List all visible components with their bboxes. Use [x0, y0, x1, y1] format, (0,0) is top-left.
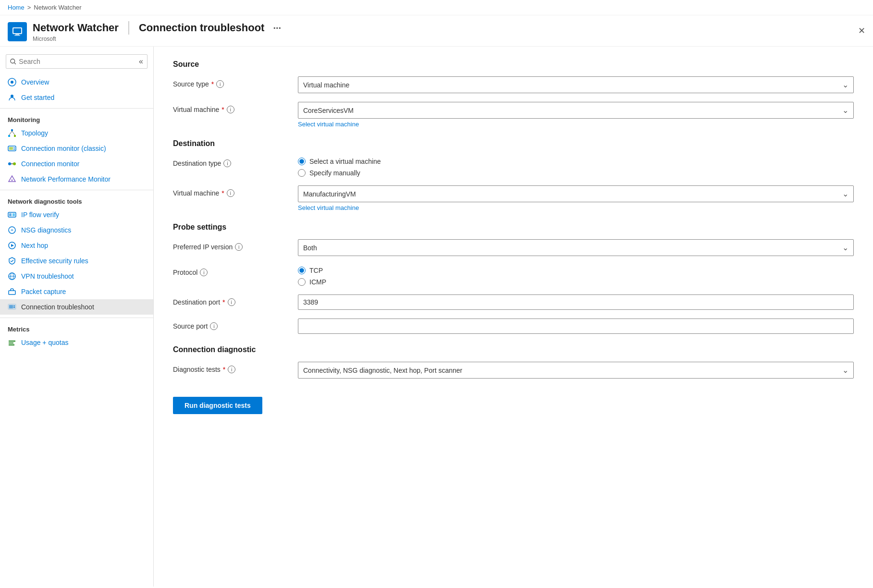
protocol-icmp-input[interactable] — [298, 278, 306, 286]
svg-rect-41 — [9, 344, 14, 345]
diagnostic-tests-info-icon[interactable]: i — [228, 366, 235, 373]
svg-line-29 — [11, 261, 12, 262]
sidebar-item-next-hop-label: Next hop — [21, 242, 48, 249]
select-dest-vm-link[interactable]: Select virtual machine — [298, 204, 359, 211]
destination-radio-manual-input[interactable] — [298, 169, 306, 177]
destination-radio-manual[interactable]: Specify manually — [298, 169, 854, 177]
preferred-ip-info-icon[interactable]: i — [235, 243, 243, 251]
sidebar-item-usage-label: Usage + quotas — [21, 339, 68, 346]
sidebar-item-nsg-diagnostics[interactable]: NSG diagnostics — [0, 222, 153, 238]
sidebar-item-effective-security-rules[interactable]: Effective security rules — [0, 253, 153, 269]
dest-port-info-icon[interactable]: i — [228, 298, 235, 306]
source-type-control: Virtual machine ⌄ — [298, 76, 854, 93]
protocol-tcp-input[interactable] — [298, 267, 306, 274]
source-type-value: Virtual machine — [303, 81, 349, 89]
run-diagnostic-tests-button[interactable]: Run diagnostic tests — [173, 397, 262, 414]
header-title-row: Network Watcher Connection troubleshoot … — [33, 21, 865, 35]
connection-monitor-classic-icon — [8, 144, 16, 153]
sidebar-item-cm-label: Connection monitor — [21, 160, 79, 168]
search-icon — [10, 58, 16, 65]
source-type-required: * — [211, 80, 214, 88]
sidebar-item-get-started[interactable]: Get started — [0, 90, 153, 105]
source-type-info-icon[interactable]: i — [216, 80, 224, 88]
source-vm-chevron: ⌄ — [842, 106, 848, 115]
select-source-vm-link[interactable]: Select virtual machine — [298, 121, 359, 128]
destination-radio-vm-input[interactable] — [298, 158, 306, 165]
diagnostic-tests-chevron: ⌄ — [842, 366, 848, 375]
sidebar-item-connection-monitor-classic[interactable]: Connection monitor (classic) — [0, 141, 153, 156]
source-vm-row: Virtual machine * i CoreServicesVM ⌄ Sel… — [173, 102, 854, 128]
protocol-radio-group: TCP ICMP — [298, 265, 854, 286]
breadcrumb-current: Network Watcher — [34, 4, 81, 11]
preferred-ip-row: Preferred IP version i Both ⌄ — [173, 239, 854, 256]
preferred-ip-chevron: ⌄ — [842, 243, 848, 252]
svg-rect-9 — [11, 129, 13, 131]
sidebar-item-packet-capture[interactable]: Packet capture — [0, 284, 153, 299]
sidebar-item-npm[interactable]: Network Performance Monitor — [0, 172, 153, 187]
svg-line-12 — [9, 131, 12, 135]
sidebar-item-ip-flow-verify[interactable]: IP flow verify — [0, 207, 153, 222]
sidebar-item-overview[interactable]: Overview — [0, 74, 153, 90]
sidebar-item-npm-label: Network Performance Monitor — [21, 175, 111, 183]
vpn-troubleshoot-icon — [8, 272, 16, 281]
destination-radio-vm[interactable]: Select a virtual machine — [298, 158, 854, 165]
protocol-row: Protocol i TCP ICMP — [173, 265, 854, 286]
sidebar: « Overview Get started Monitoring — [0, 47, 154, 587]
close-button[interactable]: ✕ — [858, 25, 865, 36]
svg-rect-11 — [14, 135, 16, 137]
source-type-dropdown[interactable]: Virtual machine ⌄ — [298, 76, 854, 93]
svg-rect-16 — [13, 147, 15, 148]
search-input[interactable] — [19, 58, 136, 65]
svg-rect-38 — [13, 307, 15, 308]
source-port-row: Source port i — [173, 318, 854, 334]
source-port-info-icon[interactable]: i — [210, 322, 218, 330]
topology-icon — [8, 129, 16, 137]
connection-monitor-icon — [8, 159, 16, 168]
sidebar-collapse-button[interactable]: « — [139, 57, 143, 66]
overview-icon — [8, 78, 16, 86]
sidebar-item-eff-security-label: Effective security rules — [21, 257, 88, 265]
protocol-tcp[interactable]: TCP — [298, 267, 854, 274]
more-options-button[interactable]: ··· — [273, 23, 281, 34]
preferred-ip-dropdown[interactable]: Both ⌄ — [298, 239, 854, 256]
preferred-ip-control: Both ⌄ — [298, 239, 854, 256]
sidebar-item-usage-quotas[interactable]: Usage + quotas — [0, 335, 153, 350]
next-hop-icon — [8, 241, 16, 250]
sidebar-item-cm-classic-label: Connection monitor (classic) — [21, 145, 106, 152]
sidebar-item-topology[interactable]: Topology — [0, 125, 153, 141]
svg-rect-37 — [13, 306, 15, 306]
source-vm-info-icon[interactable]: i — [227, 106, 234, 113]
protocol-icmp[interactable]: ICMP — [298, 278, 854, 286]
dest-vm-info-icon[interactable]: i — [227, 189, 234, 197]
svg-rect-3 — [14, 35, 20, 36]
diagnostic-tests-dropdown[interactable]: Connectivity, NSG diagnostic, Next hop, … — [298, 362, 854, 379]
source-vm-dropdown[interactable]: CoreServicesVM ⌄ — [298, 102, 854, 119]
main-content: Source Source type * i Virtual machine ⌄… — [154, 47, 873, 587]
conn-diag-section-title: Connection diagnostic — [173, 345, 854, 354]
source-vm-required: * — [221, 106, 224, 113]
sidebar-section-metrics: Metrics Usage + quotas — [0, 321, 153, 350]
metrics-section-label: Metrics — [0, 321, 153, 335]
dest-port-input[interactable] — [298, 294, 854, 310]
destination-type-info-icon[interactable]: i — [223, 159, 231, 167]
sidebar-item-vpn-troubleshoot[interactable]: VPN troubleshoot — [0, 269, 153, 284]
breadcrumb-home[interactable]: Home — [8, 4, 25, 11]
sidebar-item-connection-monitor[interactable]: Connection monitor — [0, 156, 153, 172]
svg-marker-28 — [11, 244, 14, 247]
sidebar-item-next-hop[interactable]: Next hop — [0, 238, 153, 253]
sidebar-item-connection-troubleshoot[interactable]: Connection troubleshoot — [0, 299, 153, 315]
probe-section-title: Probe settings — [173, 223, 854, 232]
diagnostics-section-label: Network diagnostic tools — [0, 193, 153, 207]
dest-vm-label: Virtual machine * i — [173, 185, 298, 197]
source-port-input[interactable] — [298, 318, 854, 334]
protocol-tcp-label: TCP — [309, 267, 323, 274]
protocol-info-icon[interactable]: i — [200, 269, 208, 276]
dest-vm-dropdown[interactable]: ManufacturingVM ⌄ — [298, 185, 854, 202]
source-type-chevron: ⌄ — [842, 80, 848, 89]
dest-vm-value: ManufacturingVM — [303, 190, 356, 198]
diagnostic-tests-label: Diagnostic tests * i — [173, 362, 298, 373]
source-vm-label: Virtual machine * i — [173, 102, 298, 113]
breadcrumb-sep: > — [27, 4, 31, 11]
svg-rect-34 — [9, 291, 15, 294]
title-block: Network Watcher Connection troubleshoot … — [33, 21, 865, 42]
